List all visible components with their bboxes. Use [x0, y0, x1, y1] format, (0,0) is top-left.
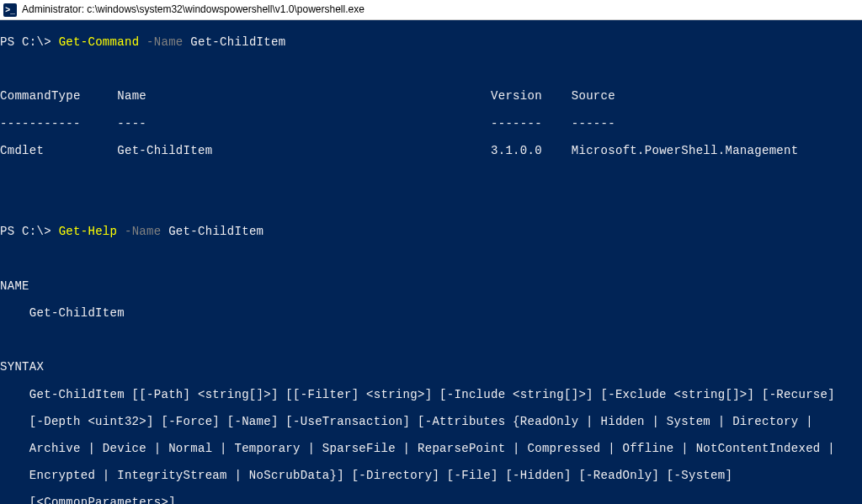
help-syntax-line: Archive | Device | Normal | Temporary | … [0, 442, 859, 455]
param-token: -Name [139, 35, 190, 49]
table-separator: ----------- ---- ------- ------ [0, 117, 859, 130]
help-syntax-line: Get-ChildItem [[-Path] <string[]>] [[-Fi… [0, 388, 859, 401]
arg-token: Get-ChildItem [190, 35, 285, 49]
col-name: Name [117, 89, 491, 103]
cmdlet-token: Get-Command [59, 35, 140, 49]
terminal-area[interactable]: PS C:\> Get-Command -Name Get-ChildItem … [0, 20, 862, 504]
arg-token: Get-ChildItem [168, 225, 263, 238]
cell-name: Get-ChildItem [117, 144, 491, 157]
help-syntax-line: [-Depth <uint32>] [-Force] [-Name] [-Use… [0, 415, 859, 428]
col-version: Version [491, 89, 572, 103]
table-header: CommandType Name Version Source [0, 89, 859, 103]
blank-line [0, 62, 859, 76]
help-syntax-line: Encrypted | IntegrityStream | NoScrubDat… [0, 469, 859, 482]
command-line-1: PS C:\> Get-Command -Name Get-ChildItem [0, 35, 859, 49]
blank-line [0, 333, 859, 347]
blank-line [0, 252, 859, 266]
help-syntax-header: SYNTAX [0, 360, 859, 374]
blank-line [0, 198, 859, 211]
cmdlet-token: Get-Help [59, 225, 118, 238]
window-titlebar[interactable]: >_ Administrator: c:\windows\system32\wi… [0, 0, 862, 20]
param-token: -Name [117, 225, 168, 238]
command-line-2: PS C:\> Get-Help -Name Get-ChildItem [0, 225, 859, 238]
help-syntax-line: [<CommonParameters>] [0, 496, 859, 504]
powershell-icon: >_ [3, 3, 17, 17]
col-source: Source [572, 89, 615, 103]
cell-version: 3.1.0.0 [491, 144, 572, 157]
blank-line [0, 171, 859, 184]
prompt: PS C:\> [0, 35, 59, 49]
help-name-value: Get-ChildItem [0, 306, 859, 320]
help-name-header: NAME [0, 279, 859, 293]
prompt: PS C:\> [0, 225, 59, 238]
table-row: Cmdlet Get-ChildItem 3.1.0.0 Microsoft.P… [0, 144, 859, 157]
cell-commandtype: Cmdlet [0, 144, 117, 157]
col-commandtype: CommandType [0, 89, 117, 103]
cell-source: Microsoft.PowerShell.Management [572, 144, 799, 157]
window-title: Administrator: c:\windows\system32\windo… [22, 4, 364, 16]
